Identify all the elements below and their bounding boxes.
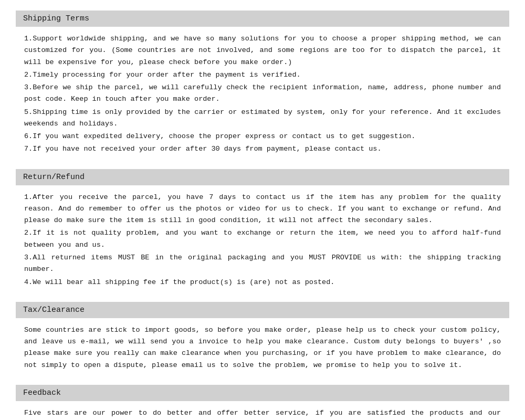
section-return-refund: Return/Refund1.After you receive the par… [16, 169, 509, 292]
content-paragraph: 2.If it is not quality problem, and you … [24, 227, 501, 251]
section-content-return-refund: 1.After you receive the parcel, you have… [16, 191, 509, 292]
section-header-shipping-terms: Shipping Terms [16, 10, 509, 27]
content-paragraph: 2.Timely processing for your order after… [24, 69, 501, 81]
content-paragraph: Some countries are stick to import goods… [24, 324, 501, 371]
content-paragraph: 7.If you have not received your order af… [24, 143, 501, 155]
content-paragraph: Five stars are our power to do better an… [24, 407, 501, 420]
content-paragraph: 4.We will bear all shipping fee if the p… [24, 277, 501, 288]
section-header-tax-clearance: Tax/Clearance [16, 302, 509, 318]
section-tax-clearance: Tax/ClearanceSome countries are stick to… [16, 302, 509, 375]
section-header-return-refund: Return/Refund [16, 169, 509, 185]
content-paragraph: 6.If you want expedited delivery, choose… [24, 131, 501, 142]
section-shipping-terms: Shipping Terms1.Support worldwide shippi… [16, 10, 509, 160]
section-feedback: FeedbackFive stars are our power to do b… [16, 385, 509, 420]
content-paragraph: 3.All returned items MUST BE in the orig… [24, 252, 501, 276]
content-paragraph: 1.After you receive the parcel, you have… [24, 192, 501, 227]
section-header-feedback: Feedback [16, 385, 509, 401]
content-paragraph: 1.Support worldwide shipping, and we hav… [24, 33, 501, 68]
page-container: Shipping Terms1.Support worldwide shippi… [16, 10, 509, 420]
section-content-tax-clearance: Some countries are stick to import goods… [16, 323, 509, 375]
section-content-feedback: Five stars are our power to do better an… [16, 406, 509, 420]
content-paragraph: 5.Shipping time is only provided by the … [24, 107, 501, 130]
section-content-shipping-terms: 1.Support worldwide shipping, and we hav… [16, 32, 509, 160]
content-paragraph: 3.Before we ship the parcel, we will car… [24, 82, 501, 106]
